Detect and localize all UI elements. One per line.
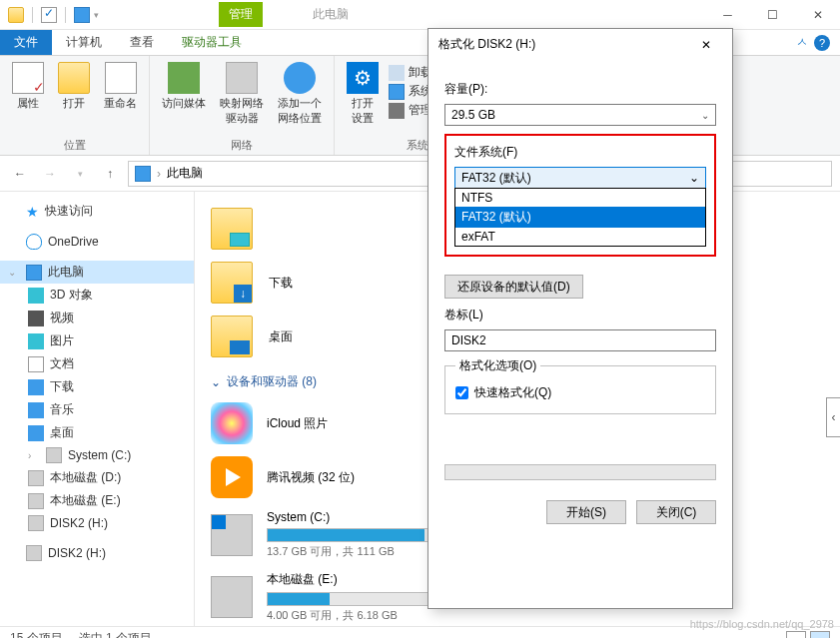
filesystem-label: 文件系统(F): [454, 144, 706, 161]
tab-view[interactable]: 查看: [116, 30, 168, 55]
disk-icon: [46, 447, 62, 463]
open-icon: [58, 62, 90, 94]
media-icon: [168, 62, 200, 94]
cube-icon: [28, 288, 44, 304]
restore-defaults-button[interactable]: 还原设备的默认值(D): [444, 275, 583, 299]
dialog-title-bar: 格式化 DISK2 (H:) ✕: [428, 29, 732, 61]
dialog-title: 格式化 DISK2 (H:): [438, 36, 535, 53]
volume-label-input[interactable]: [444, 329, 716, 351]
btn-access-media[interactable]: 访问媒体: [158, 60, 210, 136]
sidebar-drive-e[interactable]: 本地磁盘 (E:): [0, 489, 194, 512]
dialog-close-button[interactable]: ✕: [690, 31, 722, 59]
quick-format-input[interactable]: [455, 386, 468, 399]
format-options-fieldset: 格式化选项(O) 快速格式化(Q): [444, 357, 716, 414]
view-tiles-icon[interactable]: [810, 631, 830, 639]
view-details-icon[interactable]: [786, 631, 806, 639]
music-icon: [28, 402, 44, 418]
download-icon: [28, 379, 44, 395]
breadcrumb-icon: [135, 166, 151, 182]
sidebar-onedrive[interactable]: OneDrive: [0, 231, 194, 253]
star-icon: ★: [26, 204, 39, 220]
fs-option-ntfs[interactable]: NTFS: [455, 189, 705, 207]
side-expand-tab[interactable]: ‹: [826, 397, 840, 437]
app-icon: [8, 7, 24, 23]
btn-properties[interactable]: ✓ 属性: [8, 60, 48, 136]
drive-capacity-bar: [267, 592, 446, 606]
tab-drive-tools[interactable]: 驱动器工具: [168, 30, 256, 55]
tab-file[interactable]: 文件: [0, 30, 52, 55]
format-options-legend: 格式化选项(O): [455, 357, 540, 374]
sidebar-quick-access[interactable]: ★ 快速访问: [0, 200, 194, 223]
capacity-label: 容量(P):: [444, 81, 716, 98]
filesystem-select[interactable]: FAT32 (默认) ⌄: [454, 167, 706, 189]
chevron-down-icon[interactable]: ⌄: [8, 267, 20, 278]
sidebar-desktop[interactable]: 桌面: [0, 421, 194, 444]
quick-format-checkbox[interactable]: 快速格式化(Q): [455, 384, 705, 401]
properties-icon: ✓: [12, 62, 44, 94]
folder-icon: [211, 316, 253, 357]
tencent-icon: [211, 456, 253, 498]
sidebar-thispc[interactable]: ⌄ 此电脑: [0, 261, 194, 284]
sidebar-documents[interactable]: 文档: [0, 352, 194, 375]
disk-icon: [211, 576, 253, 618]
format-dialog: 格式化 DISK2 (H:) ✕ 容量(P): 29.5 GB ⌄ 文件系统(F…: [427, 28, 733, 609]
title-location: 此电脑: [303, 2, 359, 27]
sidebar-drive-d[interactable]: 本地磁盘 (D:): [0, 466, 194, 489]
btn-open[interactable]: 打开: [54, 60, 94, 136]
disk-icon: [28, 493, 44, 509]
sidebar-music[interactable]: 音乐: [0, 398, 194, 421]
uninstall-icon: [389, 65, 405, 81]
maximize-button[interactable]: ☐: [750, 0, 795, 30]
start-button[interactable]: 开始(S): [546, 500, 626, 524]
sidebar-videos[interactable]: 视频: [0, 307, 194, 329]
btn-add-netloc[interactable]: 添加一个 网络位置: [274, 60, 326, 136]
nav-forward[interactable]: →: [38, 162, 62, 186]
close-button[interactable]: ✕: [795, 0, 840, 30]
nav-up[interactable]: ↑: [98, 162, 122, 186]
sidebar: ★ 快速访问 OneDrive ⌄ 此电脑 3D 对象 视频 图片 文档 下载 …: [0, 192, 195, 626]
video-icon: [28, 311, 44, 326]
watermark: https://blog.csdn.net/qq_2978: [690, 618, 834, 630]
contextual-tab-manage[interactable]: 管理: [219, 2, 263, 27]
document-icon: [28, 356, 44, 372]
qat-checkbox-icon[interactable]: ✓: [41, 7, 57, 23]
disk-icon: [28, 470, 44, 486]
chevron-down-icon[interactable]: ⌄: [211, 375, 221, 389]
qat-dropdown-icon[interactable]: ▾: [94, 10, 99, 20]
nav-back[interactable]: ←: [8, 162, 32, 186]
desktop-icon: [28, 425, 44, 441]
sidebar-downloads[interactable]: 下载: [0, 375, 194, 398]
sidebar-drive-h[interactable]: DISK2 (H:): [0, 512, 194, 534]
rename-icon: [105, 62, 137, 94]
fs-option-exfat[interactable]: exFAT: [455, 228, 705, 246]
group-location-label: 位置: [8, 136, 141, 153]
btn-rename[interactable]: 重命名: [100, 60, 141, 136]
ribbon-collapse-icon[interactable]: ㅅ: [796, 34, 808, 51]
disk-icon: [28, 515, 44, 531]
capacity-select[interactable]: 29.5 GB ⌄: [444, 104, 716, 126]
volume-label-label: 卷标(L): [444, 307, 716, 323]
sidebar-pictures[interactable]: 图片: [0, 329, 194, 352]
sidebar-3d[interactable]: 3D 对象: [0, 284, 194, 307]
filesystem-dropdown: NTFS FAT32 (默认) exFAT: [454, 188, 706, 247]
help-icon[interactable]: ?: [814, 35, 830, 51]
minimize-button[interactable]: ─: [705, 0, 750, 30]
btn-map-drive[interactable]: 映射网络 驱动器: [216, 60, 268, 136]
disk-icon: [211, 514, 253, 556]
disk-icon: [26, 545, 42, 561]
folder-icon: [211, 208, 253, 250]
title-bar: ✓ ▾ 管理 此电脑 ─ ☐ ✕: [0, 0, 840, 30]
nav-recent-dropdown[interactable]: ▾: [68, 162, 92, 186]
folder-icon: ↓: [211, 262, 253, 304]
map-drive-icon: [226, 62, 258, 94]
sidebar-drive-h2[interactable]: DISK2 (H:): [0, 542, 194, 564]
sysprops-icon: [389, 84, 405, 100]
fs-option-fat32[interactable]: FAT32 (默认): [455, 207, 705, 228]
qat-thispc-icon[interactable]: [74, 7, 90, 23]
chevron-right-icon[interactable]: ›: [157, 167, 161, 181]
btn-open-settings[interactable]: ⚙ 打开 设置: [343, 60, 383, 136]
breadcrumb-location[interactable]: 此电脑: [167, 165, 203, 182]
sidebar-drive-c[interactable]: ›System (C:): [0, 444, 194, 466]
close-button[interactable]: 关闭(C): [636, 500, 716, 524]
tab-computer[interactable]: 计算机: [52, 30, 116, 55]
